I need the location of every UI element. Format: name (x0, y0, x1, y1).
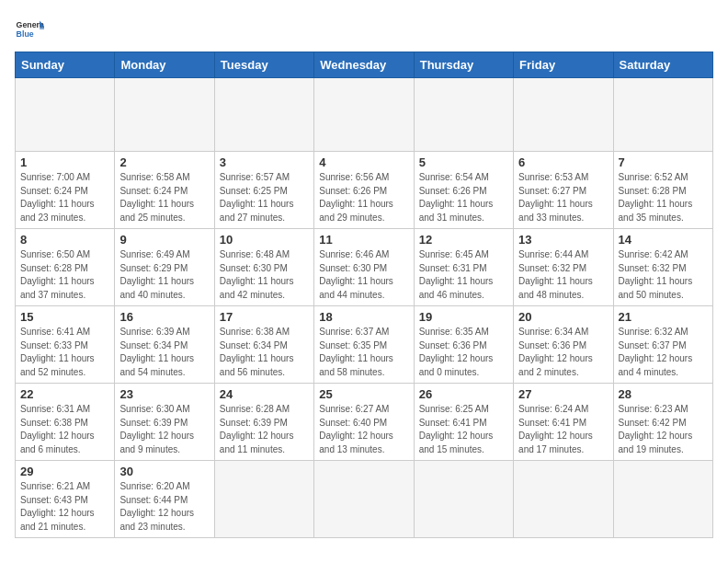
calendar-cell (613, 461, 712, 538)
calendar-cell: 2Sunrise: 6:58 AMSunset: 6:24 PMDaylight… (115, 152, 214, 229)
calendar-cell: 3Sunrise: 6:57 AMSunset: 6:25 PMDaylight… (214, 152, 313, 229)
week-row-4: 15Sunrise: 6:41 AMSunset: 6:33 PMDayligh… (16, 306, 713, 384)
day-info: Sunrise: 6:37 AMSunset: 6:35 PMDaylight:… (319, 326, 408, 379)
week-row-6: 29Sunrise: 6:21 AMSunset: 6:43 PMDayligh… (16, 461, 713, 538)
logo-icon: General Blue (15, 15, 44, 44)
calendar-cell: 9Sunrise: 6:49 AMSunset: 6:29 PMDaylight… (115, 229, 214, 306)
day-number: 13 (518, 233, 608, 247)
column-header-friday: Friday (514, 52, 613, 78)
calendar-cell: 10Sunrise: 6:48 AMSunset: 6:30 PMDayligh… (214, 229, 313, 306)
day-number: 26 (419, 387, 508, 401)
calendar-cell: 5Sunrise: 6:54 AMSunset: 6:26 PMDaylight… (414, 152, 513, 229)
week-row-5: 22Sunrise: 6:31 AMSunset: 6:38 PMDayligh… (16, 384, 713, 461)
calendar-cell: 13Sunrise: 6:44 AMSunset: 6:32 PMDayligh… (514, 229, 613, 306)
day-info: Sunrise: 6:41 AMSunset: 6:33 PMDaylight:… (20, 326, 109, 379)
day-number: 24 (220, 387, 309, 401)
week-row-1 (16, 78, 713, 152)
day-info: Sunrise: 6:32 AMSunset: 6:37 PMDaylight:… (619, 326, 708, 379)
calendar-cell: 16Sunrise: 6:39 AMSunset: 6:34 PMDayligh… (115, 306, 214, 384)
calendar-cell: 23Sunrise: 6:30 AMSunset: 6:39 PMDayligh… (115, 384, 214, 461)
calendar-cell: 28Sunrise: 6:23 AMSunset: 6:42 PMDayligh… (613, 384, 712, 461)
day-info: Sunrise: 6:52 AMSunset: 6:28 PMDaylight:… (619, 171, 708, 224)
day-number: 4 (319, 155, 408, 169)
calendar-cell: 15Sunrise: 6:41 AMSunset: 6:33 PMDayligh… (16, 306, 115, 384)
day-number: 28 (619, 387, 708, 401)
day-number: 12 (419, 233, 508, 247)
day-info: Sunrise: 6:21 AMSunset: 6:43 PMDaylight:… (20, 480, 109, 534)
day-info: Sunrise: 6:27 AMSunset: 6:40 PMDaylight:… (319, 403, 408, 456)
day-number: 27 (518, 387, 608, 401)
day-info: Sunrise: 6:53 AMSunset: 6:27 PMDaylight:… (518, 171, 608, 224)
page-header: General Blue (15, 15, 713, 44)
day-number: 8 (20, 233, 109, 247)
day-number: 1 (20, 155, 109, 169)
calendar-cell: 11Sunrise: 6:46 AMSunset: 6:30 PMDayligh… (314, 229, 414, 306)
day-number: 23 (119, 387, 209, 401)
day-number: 18 (319, 310, 408, 324)
calendar-cell (115, 78, 214, 152)
day-info: Sunrise: 6:39 AMSunset: 6:34 PMDaylight:… (119, 326, 209, 379)
day-number: 5 (419, 155, 508, 169)
day-info: Sunrise: 6:24 AMSunset: 6:41 PMDaylight:… (518, 403, 608, 456)
day-info: Sunrise: 6:58 AMSunset: 6:24 PMDaylight:… (119, 171, 209, 224)
day-info: Sunrise: 6:30 AMSunset: 6:39 PMDaylight:… (119, 403, 209, 456)
day-number: 6 (518, 155, 608, 169)
calendar-cell: 6Sunrise: 6:53 AMSunset: 6:27 PMDaylight… (514, 152, 613, 229)
day-info: Sunrise: 6:42 AMSunset: 6:32 PMDaylight:… (619, 248, 708, 302)
calendar-cell (214, 78, 313, 152)
column-header-monday: Monday (115, 52, 214, 78)
day-number: 2 (119, 155, 209, 169)
day-number: 7 (619, 155, 708, 169)
calendar-cell (514, 461, 613, 538)
day-number: 20 (518, 310, 608, 324)
day-info: Sunrise: 6:44 AMSunset: 6:32 PMDaylight:… (518, 248, 608, 302)
calendar-cell (214, 461, 313, 538)
day-info: Sunrise: 6:38 AMSunset: 6:34 PMDaylight:… (220, 326, 309, 379)
day-number: 21 (619, 310, 708, 324)
week-row-2: 1Sunrise: 7:00 AMSunset: 6:24 PMDaylight… (16, 152, 713, 229)
column-header-tuesday: Tuesday (214, 52, 313, 78)
calendar-cell: 8Sunrise: 6:50 AMSunset: 6:28 PMDaylight… (16, 229, 115, 306)
calendar-cell: 24Sunrise: 6:28 AMSunset: 6:39 PMDayligh… (214, 384, 313, 461)
calendar-cell (16, 78, 115, 152)
day-info: Sunrise: 6:23 AMSunset: 6:42 PMDaylight:… (619, 403, 708, 456)
day-info: Sunrise: 6:49 AMSunset: 6:29 PMDaylight:… (119, 248, 209, 302)
day-number: 19 (419, 310, 508, 324)
calendar-cell: 4Sunrise: 6:56 AMSunset: 6:26 PMDaylight… (314, 152, 414, 229)
day-number: 10 (220, 233, 309, 247)
day-number: 30 (119, 465, 209, 478)
day-info: Sunrise: 6:50 AMSunset: 6:28 PMDaylight:… (20, 248, 109, 302)
week-row-3: 8Sunrise: 6:50 AMSunset: 6:28 PMDaylight… (16, 229, 713, 306)
calendar-table: SundayMondayTuesdayWednesdayThursdayFrid… (15, 52, 713, 538)
calendar-cell: 14Sunrise: 6:42 AMSunset: 6:32 PMDayligh… (613, 229, 712, 306)
day-info: Sunrise: 7:00 AMSunset: 6:24 PMDaylight:… (20, 171, 109, 224)
calendar-cell: 22Sunrise: 6:31 AMSunset: 6:38 PMDayligh… (16, 384, 115, 461)
calendar-cell: 18Sunrise: 6:37 AMSunset: 6:35 PMDayligh… (314, 306, 414, 384)
calendar-cell (514, 78, 613, 152)
logo: General Blue (15, 15, 44, 44)
day-info: Sunrise: 6:34 AMSunset: 6:36 PMDaylight:… (518, 326, 608, 379)
calendar-cell: 29Sunrise: 6:21 AMSunset: 6:43 PMDayligh… (16, 461, 115, 538)
column-header-sunday: Sunday (16, 52, 115, 78)
day-number: 25 (319, 387, 408, 401)
day-info: Sunrise: 6:28 AMSunset: 6:39 PMDaylight:… (220, 403, 309, 456)
day-number: 17 (220, 310, 309, 324)
day-info: Sunrise: 6:54 AMSunset: 6:26 PMDaylight:… (419, 171, 508, 224)
day-info: Sunrise: 6:46 AMSunset: 6:30 PMDaylight:… (319, 248, 408, 302)
day-info: Sunrise: 6:31 AMSunset: 6:38 PMDaylight:… (20, 403, 109, 456)
day-info: Sunrise: 6:48 AMSunset: 6:30 PMDaylight:… (220, 248, 309, 302)
day-number: 22 (20, 387, 109, 401)
calendar-cell (414, 461, 513, 538)
calendar-cell: 20Sunrise: 6:34 AMSunset: 6:36 PMDayligh… (514, 306, 613, 384)
calendar-cell (613, 78, 712, 152)
calendar-cell (314, 78, 414, 152)
day-info: Sunrise: 6:25 AMSunset: 6:41 PMDaylight:… (419, 403, 508, 456)
day-number: 15 (20, 310, 109, 324)
column-header-wednesday: Wednesday (314, 52, 414, 78)
calendar-cell (314, 461, 414, 538)
calendar-header-row: SundayMondayTuesdayWednesdayThursdayFrid… (16, 52, 713, 78)
calendar-cell: 21Sunrise: 6:32 AMSunset: 6:37 PMDayligh… (613, 306, 712, 384)
day-info: Sunrise: 6:35 AMSunset: 6:36 PMDaylight:… (419, 326, 508, 379)
day-number: 29 (20, 465, 109, 478)
column-header-thursday: Thursday (414, 52, 513, 78)
